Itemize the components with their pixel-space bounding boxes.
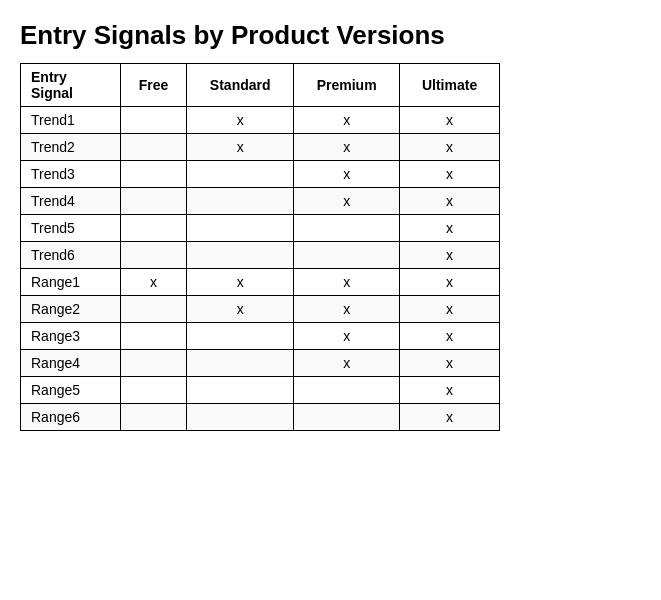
cell-2-ultimate: x: [400, 161, 500, 188]
cell-10-ultimate: x: [400, 377, 500, 404]
table-row: Range2xxx: [21, 296, 500, 323]
signals-table: Entry Signal Free Standard Premium Ultim…: [20, 63, 500, 431]
cell-3-standard: [187, 188, 294, 215]
cell-4-free: [121, 215, 187, 242]
cell-9-signal: Range4: [21, 350, 121, 377]
cell-5-premium: [294, 242, 400, 269]
col-header-signal: Entry Signal: [21, 64, 121, 107]
cell-3-free: [121, 188, 187, 215]
cell-7-ultimate: x: [400, 296, 500, 323]
table-row: Trend6x: [21, 242, 500, 269]
cell-10-premium: [294, 377, 400, 404]
cell-8-free: [121, 323, 187, 350]
table-header-row: Entry Signal Free Standard Premium Ultim…: [21, 64, 500, 107]
cell-10-signal: Range5: [21, 377, 121, 404]
cell-11-premium: [294, 404, 400, 431]
cell-8-ultimate: x: [400, 323, 500, 350]
cell-0-ultimate: x: [400, 107, 500, 134]
table-row: Range1xxxx: [21, 269, 500, 296]
cell-0-standard: x: [187, 107, 294, 134]
cell-8-signal: Range3: [21, 323, 121, 350]
table-row: Range5x: [21, 377, 500, 404]
cell-3-premium: x: [294, 188, 400, 215]
cell-5-free: [121, 242, 187, 269]
cell-5-ultimate: x: [400, 242, 500, 269]
cell-1-free: [121, 134, 187, 161]
cell-10-free: [121, 377, 187, 404]
cell-6-premium: x: [294, 269, 400, 296]
cell-9-ultimate: x: [400, 350, 500, 377]
cell-3-ultimate: x: [400, 188, 500, 215]
cell-11-free: [121, 404, 187, 431]
table-row: Trend1xxx: [21, 107, 500, 134]
cell-1-premium: x: [294, 134, 400, 161]
cell-11-signal: Range6: [21, 404, 121, 431]
cell-0-premium: x: [294, 107, 400, 134]
col-header-ultimate: Ultimate: [400, 64, 500, 107]
table-row: Trend4xx: [21, 188, 500, 215]
cell-5-standard: [187, 242, 294, 269]
page-title: Entry Signals by Product Versions: [20, 20, 641, 51]
cell-11-standard: [187, 404, 294, 431]
cell-11-ultimate: x: [400, 404, 500, 431]
cell-2-free: [121, 161, 187, 188]
col-header-free: Free: [121, 64, 187, 107]
cell-6-standard: x: [187, 269, 294, 296]
cell-5-signal: Trend6: [21, 242, 121, 269]
cell-4-premium: [294, 215, 400, 242]
cell-0-free: [121, 107, 187, 134]
cell-2-premium: x: [294, 161, 400, 188]
col-header-premium: Premium: [294, 64, 400, 107]
cell-9-free: [121, 350, 187, 377]
table-row: Range6x: [21, 404, 500, 431]
cell-9-standard: [187, 350, 294, 377]
cell-8-premium: x: [294, 323, 400, 350]
table-row: Trend3xx: [21, 161, 500, 188]
cell-2-signal: Trend3: [21, 161, 121, 188]
cell-8-standard: [187, 323, 294, 350]
cell-1-ultimate: x: [400, 134, 500, 161]
cell-6-free: x: [121, 269, 187, 296]
cell-4-ultimate: x: [400, 215, 500, 242]
cell-7-free: [121, 296, 187, 323]
cell-7-premium: x: [294, 296, 400, 323]
table-row: Range3xx: [21, 323, 500, 350]
col-header-standard: Standard: [187, 64, 294, 107]
cell-6-signal: Range1: [21, 269, 121, 296]
cell-4-signal: Trend5: [21, 215, 121, 242]
table-row: Trend2xxx: [21, 134, 500, 161]
cell-0-signal: Trend1: [21, 107, 121, 134]
cell-2-standard: [187, 161, 294, 188]
cell-7-signal: Range2: [21, 296, 121, 323]
cell-10-standard: [187, 377, 294, 404]
table-row: Trend5x: [21, 215, 500, 242]
cell-3-signal: Trend4: [21, 188, 121, 215]
cell-1-standard: x: [187, 134, 294, 161]
cell-7-standard: x: [187, 296, 294, 323]
table-row: Range4xx: [21, 350, 500, 377]
cell-6-ultimate: x: [400, 269, 500, 296]
cell-4-standard: [187, 215, 294, 242]
cell-9-premium: x: [294, 350, 400, 377]
cell-1-signal: Trend2: [21, 134, 121, 161]
